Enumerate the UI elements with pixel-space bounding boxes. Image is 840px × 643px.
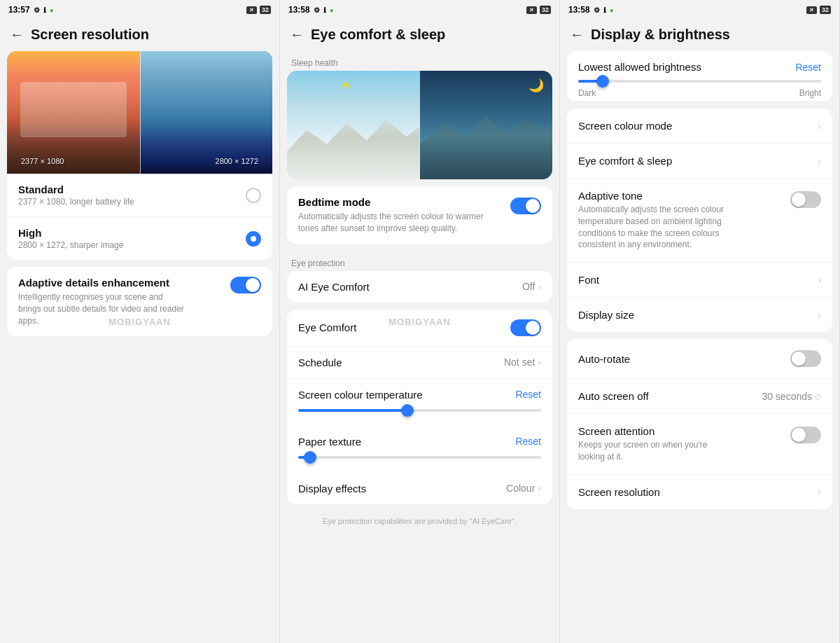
panel-content-1: 2377 × 1080 2800 × 1272 Standard 2377 × … [0, 51, 279, 643]
radio-text-high: High 2800 × 1272, sharper image [18, 227, 123, 250]
back-button-2[interactable]: ← [290, 27, 304, 43]
menu-card-2: Auto-rotate Auto screen off 30 seconds ◇… [567, 339, 832, 509]
adaptive-tone-title: Adaptive tone [578, 190, 732, 202]
display-effects-label: Display effects [298, 483, 366, 495]
panel-content-3: Lowest allowed brightness Reset Dark Bri… [560, 51, 839, 643]
menu-card-1: Screen colour mode › Eye comfort & sleep… [567, 109, 832, 332]
display-effects-value: Colour › [506, 483, 541, 494]
screen-colour-temp-row: Screen colour temperature Reset [287, 379, 552, 401]
gear-icon-3: ⚙ [594, 6, 600, 14]
resolution-option-standard[interactable]: Standard 2377 × 1080, longer battery lif… [7, 174, 272, 217]
screen-colour-mode-right: › [818, 120, 821, 132]
radio-circle-high[interactable] [246, 231, 261, 247]
schedule-chevron-icon: › [538, 357, 541, 368]
ai-eye-comfort-row[interactable]: AI Eye Comfort Off › [287, 271, 552, 303]
bright-label: Bright [799, 88, 821, 98]
x-icon-1: ✕ [246, 6, 257, 14]
battery-1: 32 [260, 6, 271, 14]
back-button-1[interactable]: ← [10, 27, 24, 43]
auto-screen-off-diamond-icon: ◇ [815, 392, 821, 401]
paper-texture-thumb[interactable] [304, 451, 316, 464]
screen-attention-item: Screen attention Keeps your screen on wh… [567, 414, 832, 475]
eye-comfort-sleep-item[interactable]: Eye comfort & sleep › [567, 144, 832, 179]
brightness-slider[interactable] [578, 80, 821, 83]
schedule-value: Not set › [504, 357, 541, 368]
page-header-1: ← Screen resolution [0, 20, 279, 51]
page-title-3: Display & brightness [591, 27, 730, 43]
screen-colour-temp-slider[interactable] [298, 409, 541, 412]
resolution-label-right: 2800 × 1272 [216, 157, 258, 165]
auto-screen-off-item[interactable]: Auto screen off 30 seconds ◇ [567, 379, 832, 414]
screen-colour-temp-reset[interactable]: Reset [515, 389, 541, 400]
moon-icon: 🌙 [528, 78, 544, 93]
brightness-reset[interactable]: Reset [795, 62, 821, 73]
paper-texture-slider[interactable] [298, 456, 541, 459]
screen-colour-mode-left: Screen colour mode [578, 120, 672, 132]
status-time-2: 13:58 [288, 5, 310, 15]
ai-eye-comfort-label: AI Eye Comfort [298, 281, 370, 293]
ai-eye-comfort-chevron-icon: › [538, 281, 541, 292]
eye-comfort-sleep-chevron-icon: › [818, 155, 821, 167]
screen-colour-mode-item[interactable]: Screen colour mode › [567, 109, 832, 144]
auto-screen-off-right: 30 seconds ◇ [762, 391, 821, 402]
display-size-chevron-icon: › [818, 310, 821, 321]
display-effects-text: Colour [506, 483, 535, 494]
adaptive-enhancement-row: Adaptive details enhancement Intelligent… [7, 267, 272, 336]
screen-attention-left: Screen attention Keeps your screen on wh… [578, 425, 732, 463]
display-effects-row[interactable]: Display effects Colour › [287, 473, 552, 504]
resolution-image: 2377 × 1080 2800 × 1272 [7, 51, 272, 174]
adaptive-tone-left: Adaptive tone Automatically adjusts the … [578, 190, 732, 251]
eye-comfort-toggle[interactable] [510, 319, 541, 336]
eye-comfort-toggle-row: Eye Comfort [287, 310, 552, 347]
font-chevron-icon: › [818, 275, 821, 286]
font-right: › [818, 275, 821, 286]
panel-screen-resolution: 13:57 ⚙ ℹ ● ✕ 32 ← Screen resolution [0, 0, 280, 643]
bedtime-mode-desc: Automatically adjusts the screen colour … [298, 211, 503, 235]
screen-colour-temp-thumb[interactable] [401, 404, 414, 417]
brightness-label: Lowest allowed brightness [578, 61, 701, 73]
green-dot-icon-1: ● [50, 6, 54, 14]
eye-protection-label: Eye protection [287, 251, 552, 271]
radio-circle-standard[interactable] [246, 188, 261, 203]
eye-comfort-label: Eye Comfort [298, 322, 356, 333]
back-button-3[interactable]: ← [570, 27, 584, 43]
page-header-2: ← Eye comfort & sleep [280, 20, 559, 51]
screen-colour-mode-title: Screen colour mode [578, 120, 672, 132]
page-title-2: Eye comfort & sleep [311, 27, 445, 43]
display-size-right: › [818, 310, 821, 321]
resolution-image-inner: 2377 × 1080 2800 × 1272 [7, 51, 272, 174]
mountain-left: ☀ [287, 71, 420, 179]
adaptive-enhancement-toggle[interactable] [230, 277, 261, 293]
status-bar-3: 13:58 ⚙ ℹ ● ✕ 32 [560, 0, 839, 20]
screen-resolution-chevron-icon: › [818, 486, 821, 497]
brightness-thumb[interactable] [596, 75, 609, 88]
resolution-option-high[interactable]: High 2800 × 1272, sharper image [7, 217, 272, 260]
screen-resolution-item[interactable]: Screen resolution › [567, 475, 832, 509]
status-bar-1: 13:57 ⚙ ℹ ● ✕ 32 [0, 0, 279, 20]
font-item[interactable]: Font › [567, 263, 832, 298]
sun-icon: ☀ [340, 78, 351, 93]
auto-screen-off-left: Auto screen off [578, 390, 649, 402]
adaptive-tone-toggle[interactable] [790, 191, 821, 208]
radio-title-standard: Standard [18, 184, 134, 195]
eye-comfort-sleep-left: Eye comfort & sleep [578, 155, 672, 167]
ai-eye-comfort-text: Off [522, 281, 535, 292]
brightness-top: Lowest allowed brightness Reset [578, 61, 821, 73]
screen-attention-toggle[interactable] [790, 427, 821, 443]
display-size-item[interactable]: Display size › [567, 298, 832, 332]
panel-content-2: Sleep health ☀ 🌙 Bedtime [280, 51, 559, 643]
radio-desc-standard: 2377 × 1080, longer battery life [18, 197, 134, 207]
schedule-label: Schedule [298, 357, 342, 368]
paper-texture-reset[interactable]: Reset [515, 436, 541, 447]
adaptive-enhancement-desc: Intelligently recognises your scene and … [18, 291, 186, 326]
bedtime-mode-toggle[interactable] [510, 198, 541, 214]
eye-comfort-card: Eye Comfort Schedule Not set › Screen co… [287, 310, 552, 504]
schedule-row[interactable]: Schedule Not set › [287, 347, 552, 379]
green-dot-icon-2: ● [330, 6, 334, 14]
auto-rotate-left: Auto-rotate [578, 353, 630, 365]
mountain-image-card: ☀ 🌙 [287, 71, 552, 179]
screen-attention-sub: Keeps your screen on when you're looking… [578, 439, 732, 463]
bedtime-mode-title: Bedtime mode [298, 196, 503, 208]
screen-attention-title: Screen attention [578, 425, 732, 437]
auto-rotate-toggle[interactable] [790, 350, 821, 367]
